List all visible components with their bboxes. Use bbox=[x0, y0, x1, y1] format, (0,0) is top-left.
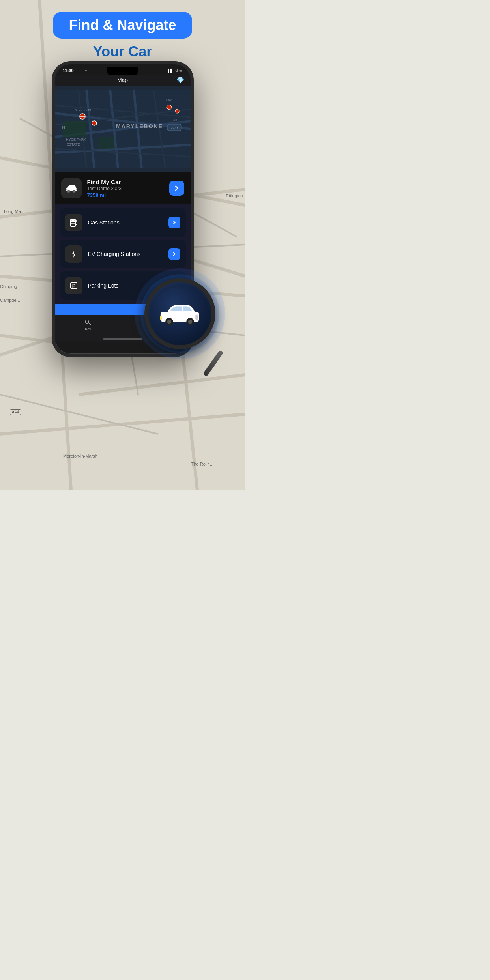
parking-icon: P bbox=[69, 281, 79, 290]
diamond-icon[interactable]: 💎 bbox=[176, 77, 184, 84]
svg-rect-21 bbox=[195, 315, 198, 320]
svg-text:MARYLEBONE: MARYLEBONE bbox=[116, 123, 163, 129]
battery-icon: ▭ bbox=[179, 69, 183, 73]
key-icon bbox=[84, 318, 92, 326]
status-icons: ▌▌ ◁ ▭ bbox=[168, 69, 183, 73]
gas-stations-label: Gas Stations bbox=[88, 219, 163, 226]
app-nav-bar: Map 💎 bbox=[55, 75, 191, 86]
ev-charging-icon bbox=[69, 249, 79, 259]
location-icon: ▲ bbox=[84, 68, 88, 72]
phone-mockup: 11:39 ▲ ▌▌ ◁ ▭ Map 💎 bbox=[52, 61, 194, 357]
arrow-right-small-icon-2 bbox=[172, 251, 177, 257]
status-time: 11:39 bbox=[63, 68, 74, 73]
gas-icon-box bbox=[65, 214, 82, 231]
home-indicator bbox=[103, 338, 142, 340]
arrow-right-small-icon bbox=[172, 220, 177, 225]
car-in-magnifier-icon bbox=[157, 301, 202, 326]
ev-charging-arrow[interactable] bbox=[168, 248, 180, 260]
svg-rect-35 bbox=[63, 121, 86, 137]
svg-point-20 bbox=[188, 320, 193, 324]
svg-point-62 bbox=[75, 220, 77, 222]
svg-text:ESTATE: ESTATE bbox=[67, 142, 80, 146]
svg-point-55 bbox=[68, 191, 69, 192]
svg-point-18 bbox=[167, 320, 172, 324]
parking-icon-box: P bbox=[65, 277, 82, 294]
car-name: Find My Car bbox=[87, 179, 164, 185]
wifi-icon: ◁ bbox=[175, 69, 178, 73]
svg-text:A201: A201 bbox=[165, 99, 173, 102]
find-my-car-arrow-button[interactable] bbox=[169, 181, 184, 196]
magnifier-handle bbox=[203, 350, 224, 377]
svg-text:P: P bbox=[72, 283, 75, 289]
svg-text:A5: A5 bbox=[173, 118, 177, 122]
svg-rect-22 bbox=[160, 316, 162, 320]
car-mileage: 7358 mi bbox=[87, 192, 164, 198]
heading-line1: Find & Navigate bbox=[69, 17, 176, 33]
car-model: Test Demo 2023 bbox=[87, 186, 164, 191]
gas-station-icon bbox=[69, 218, 79, 227]
heading-line2: Your Car bbox=[0, 43, 245, 60]
ev-charging-item[interactable]: EV Charging Stations bbox=[60, 240, 186, 268]
svg-point-66 bbox=[85, 320, 88, 323]
top-heading-area: Find & Navigate Your Car bbox=[0, 0, 245, 60]
svg-rect-59 bbox=[76, 189, 77, 190]
car-icon bbox=[65, 182, 77, 194]
magnifier bbox=[144, 278, 231, 381]
ev-charging-label: EV Charging Stations bbox=[88, 251, 163, 257]
phone-map-view: Seymour Pl A5204 A201 A5 MARYLEBONE HYDE… bbox=[55, 86, 191, 172]
find-my-car-card[interactable]: Find My Car Test Demo 2023 7358 mi bbox=[55, 172, 191, 204]
phone-notch bbox=[107, 67, 138, 75]
magnifier-lens bbox=[144, 278, 215, 349]
arrow-right-icon bbox=[173, 185, 180, 192]
car-info: Find My Car Test Demo 2023 7358 mi bbox=[87, 179, 164, 198]
svg-point-41 bbox=[167, 105, 172, 110]
svg-rect-36 bbox=[98, 137, 114, 149]
signal-icon: ▌▌ bbox=[168, 69, 173, 73]
ev-icon-box bbox=[65, 245, 82, 263]
svg-point-42 bbox=[175, 109, 179, 113]
svg-point-57 bbox=[73, 191, 75, 192]
nav-title: Map bbox=[117, 77, 128, 83]
tab-key[interactable]: Key bbox=[84, 318, 92, 331]
car-icon-box bbox=[61, 178, 82, 198]
svg-rect-58 bbox=[66, 189, 67, 190]
svg-rect-61 bbox=[71, 220, 75, 222]
svg-text:A29: A29 bbox=[171, 126, 177, 130]
svg-text:N: N bbox=[62, 125, 65, 130]
svg-text:Seymour Pl: Seymour Pl bbox=[75, 108, 91, 112]
svg-text:HYDE PARK: HYDE PARK bbox=[66, 138, 86, 142]
tab-key-label: Key bbox=[85, 327, 91, 331]
gas-stations-item[interactable]: Gas Stations bbox=[60, 208, 186, 237]
gas-stations-arrow[interactable] bbox=[168, 217, 180, 228]
heading-badge: Find & Navigate bbox=[53, 12, 192, 39]
